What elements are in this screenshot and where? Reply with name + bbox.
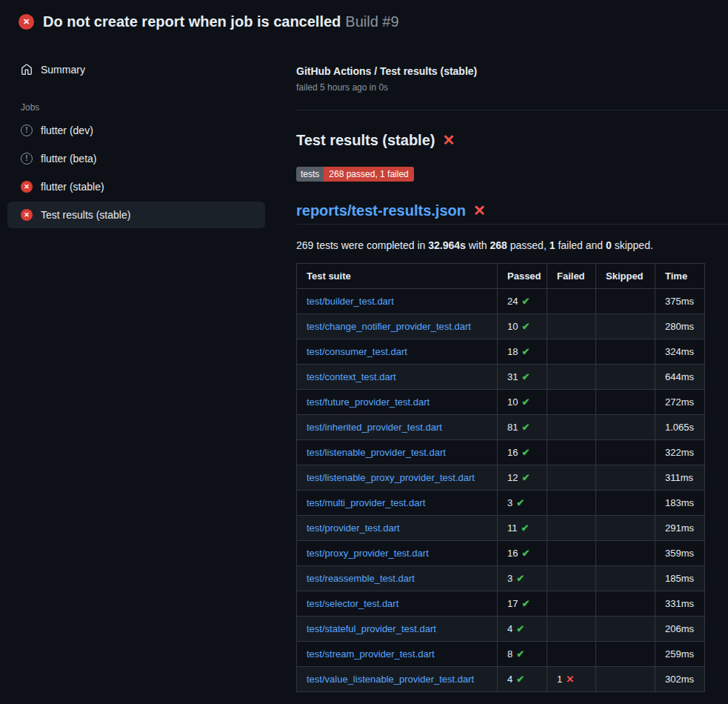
skipped-cell xyxy=(596,642,655,667)
table-row: test/inherited_provider_test.dart 81✔ 1.… xyxy=(297,415,705,440)
passed-cell: 16✔ xyxy=(498,440,547,465)
test-suite-link[interactable]: test/stream_provider_test.dart xyxy=(307,648,435,660)
check-icon: ✔ xyxy=(521,346,530,357)
skipped-cell xyxy=(596,465,655,491)
test-suite-link[interactable]: test/selector_test.dart xyxy=(307,598,398,609)
sidebar-item-summary[interactable]: Summary xyxy=(7,56,265,83)
test-suite-link[interactable]: test/multi_provider_test.dart xyxy=(307,497,425,508)
report-link[interactable]: reports/test-results.json xyxy=(296,201,466,220)
sidebar-job-label: flutter (stable) xyxy=(41,181,104,193)
x-circle-icon: ✕ xyxy=(21,209,33,221)
suite-cell: test/value_listenable_provider_test.dart xyxy=(297,667,498,692)
run-status: failed 5 hours ago in 0s xyxy=(296,82,728,93)
check-title: Do not create report when job is cancell… xyxy=(43,13,341,30)
skipped-cell xyxy=(596,289,655,314)
time-cell: 324ms xyxy=(655,339,705,365)
main-content: GitHub Actions / Test results (stable) f… xyxy=(273,39,728,692)
page-header: ✕ Do not create report when job is cance… xyxy=(0,0,728,39)
suite-cell: test/consumer_test.dart xyxy=(297,339,498,365)
failed-cell xyxy=(547,415,596,440)
jobs-list: ! flutter (dev) ! flutter (beta) ✕ flutt… xyxy=(0,117,273,228)
table-row: test/stateful_provider_test.dart 4✔ 206m… xyxy=(297,617,705,642)
report-title: reports/test-results.json ✕ xyxy=(296,201,728,225)
passed-cell: 10✔ xyxy=(498,314,547,339)
check-icon: ✔ xyxy=(521,422,530,433)
summary-line: 269 tests were completed in 32.964s with… xyxy=(296,238,728,253)
passed-cell: 3✔ xyxy=(498,491,547,516)
time-cell: 291ms xyxy=(655,516,705,541)
test-suite-link[interactable]: test/inherited_provider_test.dart xyxy=(307,422,442,433)
time-cell: 185ms xyxy=(655,566,705,591)
suite-cell: test/listenable_proxy_provider_test.dart xyxy=(297,465,498,491)
passed-cell: 81✔ xyxy=(498,415,547,440)
passed-cell: 11✔ xyxy=(498,516,547,541)
test-suite-link[interactable]: test/proxy_provider_test.dart xyxy=(307,548,429,559)
failed-cell xyxy=(547,289,596,314)
skipped-cell xyxy=(596,591,655,617)
test-suite-link[interactable]: test/change_notifier_provider_test.dart xyxy=(307,321,471,332)
failed-cell xyxy=(547,642,596,667)
time-cell: 206ms xyxy=(655,617,705,642)
test-suite-link[interactable]: test/provider_test.dart xyxy=(307,522,400,534)
failed-cell xyxy=(547,465,596,491)
check-icon: ✔ xyxy=(516,648,524,660)
test-suite-link[interactable]: test/value_listenable_provider_test.dart xyxy=(307,674,474,685)
check-icon: ✔ xyxy=(521,447,530,458)
failed-cell xyxy=(547,591,596,617)
sidebar-job-item[interactable]: ! flutter (beta) xyxy=(7,145,265,172)
time-cell: 183ms xyxy=(655,491,705,516)
x-circle-icon: ✕ xyxy=(21,181,33,193)
failed-cell xyxy=(547,516,596,541)
table-header-row: Test suite Passed Failed Skipped Time xyxy=(297,264,705,289)
table-row: test/builder_test.dart 24✔ 375ms xyxy=(297,289,705,314)
test-suite-link[interactable]: test/reassemble_test.dart xyxy=(307,573,415,584)
table-row: test/multi_provider_test.dart 3✔ 183ms xyxy=(297,491,705,516)
passed-cell: 18✔ xyxy=(498,339,547,365)
passed-cell: 8✔ xyxy=(498,642,547,667)
failed-x-icon: ✕ xyxy=(473,203,486,218)
failed-cell xyxy=(547,339,596,365)
test-suite-link[interactable]: test/listenable_proxy_provider_test.dart xyxy=(307,472,475,483)
suite-cell: test/context_test.dart xyxy=(297,365,498,390)
sidebar-job-label: flutter (beta) xyxy=(41,153,96,165)
sidebar-job-item[interactable]: ✕ Test results (stable) xyxy=(7,202,265,228)
check-icon: ✔ xyxy=(521,321,530,332)
failed-count: 1 xyxy=(550,239,555,251)
time-cell: 322ms xyxy=(655,440,705,465)
test-suite-link[interactable]: test/listenable_provider_test.dart xyxy=(307,447,446,458)
failed-cell xyxy=(547,314,596,339)
test-suite-link[interactable]: test/stateful_provider_test.dart xyxy=(307,623,436,634)
check-run-page: ✕ Do not create report when job is cance… xyxy=(0,0,728,692)
jobs-heading: Jobs xyxy=(21,102,273,113)
skipped-cell xyxy=(596,541,655,566)
sidebar-job-item[interactable]: ✕ flutter (stable) xyxy=(7,173,265,200)
check-icon: ✔ xyxy=(521,548,530,559)
table-row: test/change_notifier_provider_test.dart … xyxy=(297,314,705,339)
time-cell: 375ms xyxy=(655,289,705,314)
table-row: test/selector_test.dart 17✔ 331ms xyxy=(297,591,705,617)
test-suite-link[interactable]: test/builder_test.dart xyxy=(307,296,394,307)
x-circle-icon: ✕ xyxy=(19,14,34,30)
check-icon: ✔ xyxy=(516,497,524,508)
sidebar-job-item[interactable]: ! flutter (dev) xyxy=(7,117,265,144)
results-table-body: test/builder_test.dart 24✔ 375ms test/ch… xyxy=(297,289,705,692)
home-icon xyxy=(21,64,33,76)
table-row: test/stream_provider_test.dart 8✔ 259ms xyxy=(297,642,705,667)
table-row: test/consumer_test.dart 18✔ 324ms xyxy=(297,339,705,365)
badge-label: tests xyxy=(296,167,324,182)
test-suite-link[interactable]: test/consumer_test.dart xyxy=(307,346,407,357)
time-cell: 644ms xyxy=(655,365,705,390)
sidebar-job-label: Test results (stable) xyxy=(41,209,130,221)
suite-cell: test/reassemble_test.dart xyxy=(297,566,498,591)
suite-cell: test/future_provider_test.dart xyxy=(297,390,498,415)
skipped-cell xyxy=(596,365,655,390)
build-number: Build #9 xyxy=(345,13,398,30)
col-header-time: Time xyxy=(655,264,705,289)
suite-cell: test/listenable_provider_test.dart xyxy=(297,440,498,465)
layout: Summary Jobs ! flutter (dev) ! flutter (… xyxy=(0,39,728,692)
test-suite-link[interactable]: test/future_provider_test.dart xyxy=(307,396,430,408)
skipped-cell xyxy=(596,491,655,516)
test-suite-link[interactable]: test/context_test.dart xyxy=(307,371,396,382)
failed-cell xyxy=(547,541,596,566)
total-time: 32.964s xyxy=(428,239,466,251)
